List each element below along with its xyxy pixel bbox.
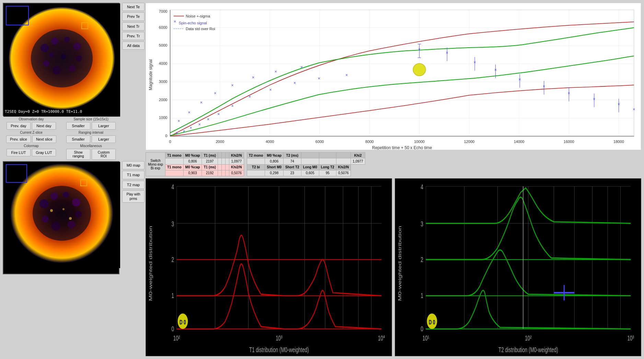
spacer6 xyxy=(221,158,225,164)
khi2-bi-val: 0,5076 xyxy=(336,170,351,176)
switch-label: Switch xyxy=(148,159,163,163)
spacer3 xyxy=(225,153,229,158)
data-table-area: Switch Mono exp Bi exp T1 mono M0 %cap T… xyxy=(146,152,641,176)
t2-ms-header: T2 (ms) xyxy=(284,153,301,158)
top-chart-area: × × × × × × × × × × × × × × × × × × × × … xyxy=(146,3,641,150)
svg-text:7000: 7000 xyxy=(159,9,168,13)
svg-point-3 xyxy=(41,44,49,52)
sample-size-label: Sample size (15x15x1) xyxy=(62,117,119,121)
svg-text:4: 4 xyxy=(421,183,424,191)
next-tr-button[interactable]: Next Tr xyxy=(122,22,145,31)
svg-text:×: × xyxy=(190,125,192,130)
khi2-val2: 0,5076 xyxy=(229,170,244,176)
curr-z-label: Current Z-slice xyxy=(3,131,60,134)
gray-lut-button[interactable]: Gray LUT xyxy=(32,149,56,156)
svg-text:×: × xyxy=(318,76,320,81)
t2-spacer4 xyxy=(247,158,265,164)
short-t2-val: 23 xyxy=(284,170,301,176)
svg-point-27 xyxy=(62,208,65,210)
t1-map-button[interactable]: T1 map xyxy=(122,171,145,179)
svg-text:10²: 10² xyxy=(173,334,180,342)
svg-text:×: × xyxy=(188,110,191,115)
svg-text:5000: 5000 xyxy=(159,43,168,47)
obs-day-row: Prev. day Next day xyxy=(3,122,60,130)
svg-text:2: 2 xyxy=(421,255,423,264)
spacer14 xyxy=(225,170,229,176)
khi2-bi-header: Khi2/N xyxy=(336,164,351,170)
m0-cap-header1: M0 %cap xyxy=(183,153,202,158)
svg-text:×: × xyxy=(269,87,272,92)
svg-text:T1 distribution (M0-weighted): T1 distribution (M0-weighted) xyxy=(249,346,309,354)
prev-te-button[interactable]: Prev Te xyxy=(122,12,145,21)
t1-ms-header2: T1 (ms) xyxy=(202,164,218,170)
next-day-button[interactable]: Next day xyxy=(32,122,56,130)
svg-point-10 xyxy=(43,60,49,67)
t2-chart-svg: 0 1 2 3 4 10¹ 10² 10³ M0-weighted distri… xyxy=(395,179,641,356)
svg-text:2000: 2000 xyxy=(159,98,168,102)
svg-text:×: × xyxy=(345,73,348,77)
sample-larger-button[interactable]: Larger xyxy=(92,122,116,130)
mono-exp-label: Mono exp xyxy=(148,163,163,166)
prev-day-button[interactable]: Prev. day xyxy=(7,122,31,130)
svg-text:M0-weighted distribution: M0-weighted distribution xyxy=(397,226,402,301)
bi-exp-label: Bi exp xyxy=(148,166,163,170)
sample-size-row: Smaller Larger xyxy=(62,122,119,130)
m0-t2-val1: 0,806 xyxy=(265,158,284,164)
top-mri-svg xyxy=(3,3,120,117)
custom-roi-button[interactable]: CustomROI xyxy=(92,149,116,160)
svg-text:×: × xyxy=(300,65,303,70)
svg-point-6 xyxy=(73,43,81,50)
show-ranging-button[interactable]: Showranging xyxy=(66,149,90,160)
t2-map-button[interactable]: T2 map xyxy=(122,181,145,189)
m0-val2: 0,903 xyxy=(183,170,202,176)
svg-point-21 xyxy=(72,198,80,206)
svg-point-7 xyxy=(76,55,82,61)
right-controls: Sample size (15x15x1) Smaller Larger Ran… xyxy=(62,117,119,160)
sample-smaller-button[interactable]: Smaller xyxy=(66,122,90,130)
all-data-button[interactable]: All data xyxy=(122,41,145,50)
svg-text:10³: 10³ xyxy=(627,334,634,342)
svg-point-9 xyxy=(53,66,61,74)
play-with-prms-button[interactable]: Play with prms xyxy=(122,190,145,203)
ranging-larger-button[interactable]: Larger xyxy=(92,135,116,143)
svg-text:8000: 8000 xyxy=(365,140,374,144)
svg-text:×: × xyxy=(217,112,220,117)
svg-text:0: 0 xyxy=(169,140,171,144)
m0-cap-header2: M0 %cap xyxy=(183,164,202,170)
t1-val1: 2197 xyxy=(202,158,218,164)
spacer13 xyxy=(221,170,225,176)
bottom-btn-panel: M0 map T1 map T2 map Play with prms xyxy=(121,161,145,274)
svg-text:0: 0 xyxy=(165,134,167,138)
spacer8 xyxy=(218,164,221,170)
svg-point-18 xyxy=(39,199,48,208)
t2-bi-header: T2 bi xyxy=(247,164,265,170)
fire-lut-button[interactable]: Fire LUT xyxy=(7,149,31,156)
svg-text:×: × xyxy=(633,107,635,112)
controls-section: Observation day Prev. day Next day Curre… xyxy=(3,117,119,160)
short-t2-header: Short T2 xyxy=(284,164,301,170)
m0-val1: 0,806 xyxy=(183,158,202,164)
svg-text:×: × xyxy=(231,83,234,88)
svg-text:2: 2 xyxy=(172,255,174,264)
svg-point-8 xyxy=(69,65,76,72)
controls-two-col: Observation day Prev. day Next day Curre… xyxy=(3,117,119,160)
spacer10 xyxy=(225,164,229,170)
svg-point-11 xyxy=(49,52,54,57)
svg-text:D 0: D 0 xyxy=(429,319,435,325)
t2-spacer1 xyxy=(301,153,319,158)
svg-text:M0-weighted distribution: M0-weighted distribution xyxy=(148,226,153,301)
spacer12 xyxy=(218,170,221,176)
prev-tr-button[interactable]: Prev. Tr xyxy=(122,32,145,40)
khi2-t2-header: Khi2 xyxy=(351,153,365,158)
next-slice-button[interactable]: Next slice xyxy=(32,135,56,143)
t1-mono-header: T1 mono xyxy=(165,153,183,158)
prev-slice-button[interactable]: Prev. slice xyxy=(6,135,31,143)
bottom-charts: 0 1 2 3 4 10² 10³ 10⁴ M0-weighted distri… xyxy=(146,178,641,356)
svg-text:×: × xyxy=(249,94,251,99)
next-te-button[interactable]: Next Te xyxy=(122,3,145,11)
m0-map-button[interactable]: M0 map xyxy=(122,161,145,169)
svg-text:×: × xyxy=(214,91,216,96)
bottom-mri-svg xyxy=(3,162,120,268)
ranging-smaller-button[interactable]: Smaller xyxy=(66,135,90,143)
spacer2 xyxy=(221,153,225,158)
